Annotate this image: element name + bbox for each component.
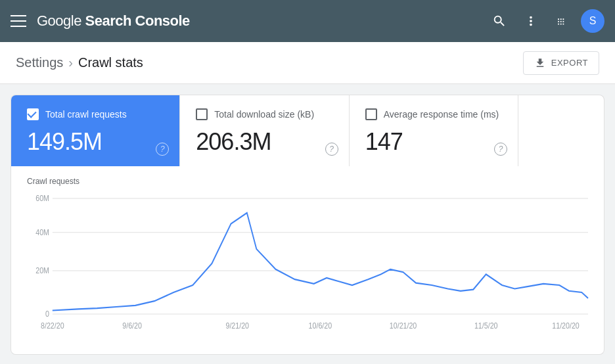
- export-icon: [534, 57, 546, 69]
- metrics-container: Total crawl requests 149.5M ? Total down…: [11, 95, 604, 166]
- breadcrumb-current: Crawl stats: [78, 55, 143, 70]
- metric-value-avg-response: 147: [365, 128, 502, 156]
- svg-text:0: 0: [45, 310, 49, 319]
- svg-text:20M: 20M: [35, 267, 49, 275]
- svg-text:40M: 40M: [35, 228, 49, 237]
- metric-checkbox-total-crawl[interactable]: [27, 108, 39, 120]
- metric-help-avg-response[interactable]: ?: [494, 143, 507, 156]
- more-vertical-icon[interactable]: [518, 8, 544, 34]
- breadcrumb-bar: Settings › Crawl stats EXPORT: [0, 42, 615, 84]
- svg-text:9/21/20: 9/21/20: [225, 321, 249, 330]
- svg-text:11/5/20: 11/5/20: [474, 321, 498, 330]
- header-actions: S: [486, 8, 604, 34]
- metric-card-avg-response[interactable]: Average response time (ms) 147 ?: [350, 95, 518, 166]
- svg-text:9/6/20: 9/6/20: [122, 321, 142, 330]
- app-title: Google Search Console: [37, 12, 486, 30]
- svg-text:8/22/20: 8/22/20: [41, 321, 64, 330]
- metric-label-total-download: Total download size (kB): [214, 109, 314, 120]
- metric-value-total-download: 206.3M: [196, 128, 332, 156]
- svg-text:60M: 60M: [35, 194, 49, 203]
- svg-text:10/21/20: 10/21/20: [390, 321, 417, 330]
- metric-label-avg-response: Average response time (ms): [384, 109, 499, 120]
- crawl-chart: 60M 40M 20M 0 8/22/20 9/6/20 9/21/20 10/…: [27, 191, 588, 336]
- metric-card-empty: [518, 95, 604, 166]
- chart-area: 60M 40M 20M 0 8/22/20 9/6/20 9/21/20 10/…: [27, 191, 588, 338]
- avatar[interactable]: S: [581, 9, 604, 33]
- metric-card-total-download[interactable]: Total download size (kB) 206.3M ?: [180, 95, 349, 166]
- chart-container: Crawl requests 60M 40M 20M 0: [11, 166, 604, 355]
- svg-text:11/20/20: 11/20/20: [552, 321, 579, 330]
- main-content: Total crawl requests 149.5M ? Total down…: [0, 84, 615, 355]
- export-button[interactable]: EXPORT: [523, 51, 599, 75]
- metric-label-total-crawl: Total crawl requests: [45, 109, 127, 120]
- app-header: Google Search Console S: [0, 0, 615, 42]
- metric-card-total-crawl[interactable]: Total crawl requests 149.5M ?: [11, 95, 180, 166]
- search-icon[interactable]: [486, 8, 512, 34]
- chart-y-label: Crawl requests: [27, 177, 588, 186]
- metric-help-total-crawl[interactable]: ?: [156, 143, 169, 156]
- breadcrumb-settings-link[interactable]: Settings: [16, 55, 63, 70]
- apps-icon[interactable]: [549, 8, 576, 34]
- menu-icon[interactable]: [11, 13, 26, 29]
- metric-checkbox-avg-response[interactable]: [365, 108, 377, 120]
- metric-checkbox-total-download[interactable]: [196, 108, 208, 120]
- breadcrumb-arrow: ›: [68, 55, 73, 70]
- metric-value-total-crawl: 149.5M: [27, 128, 164, 156]
- metric-help-total-download[interactable]: ?: [325, 143, 338, 156]
- svg-text:10/6/20: 10/6/20: [309, 321, 332, 330]
